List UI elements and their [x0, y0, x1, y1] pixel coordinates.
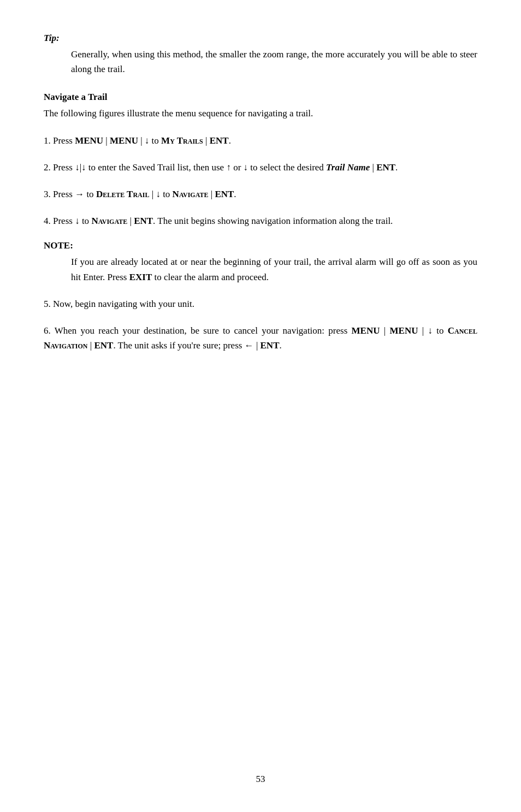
key-menu-4: MENU — [390, 325, 418, 336]
note-block: NOTE: If you are already located at or n… — [44, 240, 477, 284]
key-ent-1: ENT — [210, 135, 229, 146]
key-menu-1: MENU — [75, 135, 103, 146]
step-1: 1. Press MENU | MENU | ↓ to My Trails | … — [44, 133, 477, 148]
tip-block: Tip: Generally, when using this method, … — [44, 33, 477, 76]
step-4: 4. Press ↓ to Navigate | ENT. The unit b… — [44, 214, 477, 228]
tip-text: Generally, when using this method, the s… — [44, 47, 477, 76]
section-intro: The following figures illustrate the men… — [44, 106, 477, 121]
key-ent-6: ENT — [260, 340, 280, 351]
section-heading: Navigate a Trail — [44, 92, 477, 103]
key-menu-2: MENU — [110, 135, 138, 146]
page-number: 53 — [0, 774, 521, 785]
key-exit: EXIT — [129, 272, 152, 282]
key-ent-2: ENT — [376, 162, 395, 173]
trail-name-label: Trail Name — [326, 162, 370, 173]
key-menu-3: MENU — [352, 325, 380, 336]
step-5: 5. Now, begin navigating with your unit. — [44, 297, 477, 311]
key-my-trails: My Trails — [161, 135, 203, 146]
step-2: 2. Press ↓|↓ to enter the Saved Trail li… — [44, 160, 477, 175]
step-3: 3. Press → to Delete Trail | ↓ to Naviga… — [44, 187, 477, 201]
key-ent-5: ENT — [94, 340, 113, 351]
page: Tip: Generally, when using this method, … — [0, 0, 521, 812]
key-ent-4: ENT — [134, 216, 153, 226]
key-delete-trail: Delete Trail — [96, 189, 150, 199]
note-label: NOTE: — [44, 240, 477, 251]
note-text: If you are already located at or near th… — [44, 254, 477, 284]
key-navigate-1: Navigate — [173, 189, 209, 199]
key-navigate-2: Navigate — [91, 216, 127, 226]
key-ent-3: ENT — [215, 189, 234, 199]
step-6: 6. When you reach your destination, be s… — [44, 323, 477, 353]
tip-label: Tip: — [44, 33, 477, 44]
